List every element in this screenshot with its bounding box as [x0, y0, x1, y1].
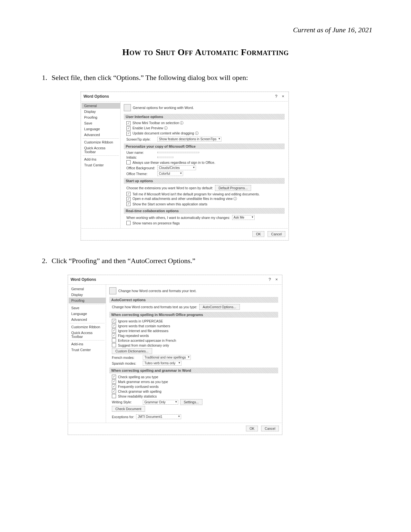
- checkbox-mark-grammar[interactable]: [112, 379, 116, 384]
- default-programs-button[interactable]: Default Programs...: [215, 185, 251, 191]
- section-ui-options: User Interface options: [124, 114, 285, 120]
- checkbox-start-screen[interactable]: [126, 202, 131, 206]
- sidebar-item-customize-ribbon[interactable]: Customize Ribbon: [69, 324, 106, 330]
- sidebar-item-display[interactable]: Display: [82, 109, 120, 114]
- section-collab: Real-time collaboration options: [124, 208, 285, 214]
- sidebar-item-proofing[interactable]: Proofing: [82, 114, 120, 120]
- word-options-dialog-general: Word Options ? × General Display Proofin…: [81, 92, 289, 241]
- label-readability: Show readability statistics: [118, 394, 157, 398]
- label-ignore-uppercase: Ignore words in UPPERCASE: [118, 319, 163, 323]
- sidebar-item-quick-access[interactable]: Quick Access Toolbar: [69, 330, 106, 340]
- step-2: 2.Click “Proofing” and then “AutoCorrect…: [42, 257, 372, 265]
- label-exceptions-for: Exceptions for:: [112, 415, 134, 419]
- label-main-dictionary: Suggest from main dictionary only: [118, 343, 169, 347]
- panel-heading: General options for working with Word.: [133, 106, 194, 110]
- section-personalize: Personalize your copy of Microsoft Offic…: [124, 143, 285, 149]
- label-spanish-modes: Spanish modes:: [112, 361, 141, 365]
- settings-button[interactable]: Settings...: [180, 399, 202, 405]
- sidebar-item-advanced[interactable]: Advanced: [69, 317, 106, 322]
- label-choose-extensions: Choose the extensions you want Word to o…: [126, 186, 213, 190]
- label-show-names: Show names on presence flags: [132, 221, 180, 225]
- help-icon[interactable]: ?: [273, 94, 279, 99]
- checkbox-ignore-numbers[interactable]: [112, 324, 116, 328]
- label-open-email-reading: Open e-mail attachments and other unedit…: [132, 197, 237, 201]
- sidebar-item-proofing[interactable]: Proofing: [69, 298, 106, 303]
- sidebar-item-save[interactable]: Save: [69, 305, 106, 311]
- label-ignore-numbers: Ignore words that contain numbers: [118, 324, 170, 328]
- label-check-spelling: Check spelling as you type: [118, 375, 158, 379]
- checkbox-check-spelling[interactable]: [112, 375, 116, 379]
- sidebar-item-display[interactable]: Display: [69, 292, 106, 298]
- section-autocorrect: AutoCorrect options: [109, 297, 278, 303]
- label-office-theme: Office Theme:: [126, 172, 155, 176]
- select-writing-style[interactable]: Grammar Only: [143, 400, 178, 405]
- input-username[interactable]: [157, 152, 199, 153]
- label-live-preview: Enable Live Preview ⓘ: [132, 126, 168, 131]
- checkbox-tell-me-default[interactable]: [126, 192, 131, 196]
- select-exceptions-for[interactable]: JMTI Document1: [136, 414, 181, 419]
- label-username: User name:: [126, 151, 155, 154]
- gear-icon: [124, 104, 131, 111]
- sidebar-item-language[interactable]: Language: [82, 126, 120, 132]
- label-ignore-internet: Ignore Internet and file addresses: [118, 329, 168, 333]
- step-2-text: Click “Proofing” and then “AutoCorrect O…: [52, 257, 195, 265]
- check-document-button[interactable]: Check Document: [112, 406, 145, 412]
- help-icon[interactable]: ?: [267, 277, 273, 282]
- label-confused-words: Frequently confused words: [118, 385, 159, 389]
- sidebar: General Display Proofing Save Language A…: [82, 102, 121, 228]
- select-share-changes[interactable]: Ask Me: [232, 215, 255, 220]
- label-start-screen: Show the Start screen when this applicat…: [132, 202, 207, 206]
- label-mark-grammar: Mark grammar errors as you type: [118, 380, 168, 384]
- sidebar-item-save[interactable]: Save: [82, 120, 120, 126]
- close-icon[interactable]: ×: [274, 277, 279, 282]
- sidebar-item-add-ins[interactable]: Add-Ins: [82, 156, 120, 162]
- input-initials[interactable]: [157, 157, 173, 158]
- select-french-modes[interactable]: Traditional and new spellings: [143, 355, 191, 360]
- select-screentip-style[interactable]: Show feature descriptions in ScreenTips: [157, 137, 221, 142]
- abc-check-icon: [109, 287, 116, 294]
- checkbox-ignore-uppercase[interactable]: [112, 319, 116, 323]
- ok-button[interactable]: OK: [246, 426, 258, 431]
- checkbox-ignore-internet[interactable]: [112, 329, 116, 333]
- label-initials: Initials:: [126, 155, 155, 159]
- checkbox-show-mini-toolbar[interactable]: [126, 121, 131, 125]
- label-office-background: Office Background:: [126, 166, 155, 170]
- sidebar-item-general[interactable]: General: [82, 103, 120, 109]
- cancel-button[interactable]: Cancel: [268, 231, 285, 237]
- section-startup: Start up options: [124, 178, 285, 184]
- checkbox-show-names[interactable]: [126, 221, 131, 225]
- step-1: 1.Select file, then click “Options.” The…: [42, 74, 372, 82]
- checkbox-main-dictionary[interactable]: [112, 343, 116, 347]
- date-line: Current as of June 16, 2021: [39, 26, 372, 34]
- checkbox-confused-words[interactable]: [112, 384, 116, 389]
- checkbox-open-email-reading[interactable]: [126, 197, 131, 201]
- sidebar-item-advanced[interactable]: Advanced: [82, 132, 120, 138]
- checkbox-flag-repeated[interactable]: [112, 333, 116, 338]
- sidebar-item-general[interactable]: General: [69, 286, 106, 292]
- select-spanish-modes[interactable]: Tuteo verb forms only: [143, 361, 181, 366]
- select-office-background[interactable]: Clouds/Circles: [157, 165, 196, 170]
- section-spelling-office: When correcting spelling in Microsoft Of…: [109, 312, 278, 318]
- sidebar: General Display Proofing Save Language A…: [69, 285, 106, 423]
- checkbox-grammar-with-spelling[interactable]: [112, 389, 116, 393]
- autocorrect-options-button[interactable]: AutoCorrect Options...: [199, 304, 240, 310]
- sidebar-item-quick-access[interactable]: Quick Access Toolbar: [82, 145, 120, 155]
- checkbox-always-use-values[interactable]: [126, 160, 131, 164]
- custom-dictionaries-button[interactable]: Custom Dictionaries...: [112, 348, 152, 354]
- sidebar-item-trust-center[interactable]: Trust Center: [82, 162, 120, 168]
- checkbox-update-dragging[interactable]: [126, 132, 131, 136]
- checkbox-french-uppercase[interactable]: [112, 338, 116, 342]
- dialog-title: Word Options: [71, 277, 96, 282]
- checkbox-live-preview[interactable]: [126, 126, 131, 131]
- sidebar-item-customize-ribbon[interactable]: Customize Ribbon: [82, 139, 120, 145]
- close-icon[interactable]: ×: [280, 94, 286, 99]
- ok-button[interactable]: OK: [252, 231, 264, 237]
- select-office-theme[interactable]: Colorful: [157, 171, 183, 176]
- sidebar-item-trust-center[interactable]: Trust Center: [69, 347, 106, 353]
- checkbox-readability[interactable]: [112, 394, 116, 398]
- sidebar-item-add-ins[interactable]: Add-ins: [69, 341, 106, 347]
- sidebar-item-language[interactable]: Language: [69, 311, 106, 317]
- label-share-changes: When working with others, I want to auto…: [126, 216, 230, 220]
- cancel-button[interactable]: Cancel: [261, 426, 279, 431]
- label-tell-me-default: Tell me if Microsoft Word isn't the defa…: [132, 192, 260, 196]
